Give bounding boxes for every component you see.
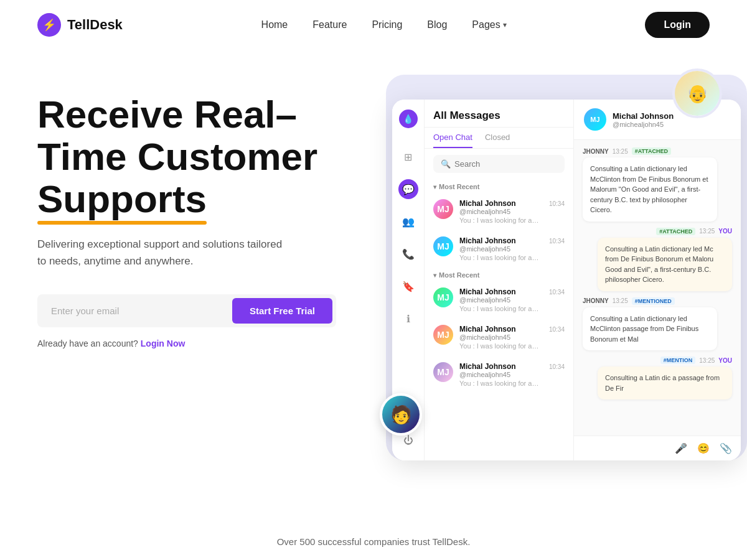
avatar: MJ [433,325,453,345]
chat-bubble: Consulting a Latin dictionary led Mc fro… [598,238,732,291]
top-right-avatar: 👴 [672,68,722,118]
sidebar-logo-icon: 💧 [399,110,418,128]
app-mockup: 👴 💧 ⊞ 💬 👥 📞 🔖 ℹ ⏻ All Messages Open Chat… [380,75,710,473]
login-button[interactable]: Login [645,12,710,38]
messages-tabs: Open Chat Closed [425,128,573,149]
section-label-recent: ▾ Most Recent [425,179,573,193]
chat-bubble: Consulting a Latin dic a passage from De… [598,366,732,399]
list-item[interactable]: MJ Michal Johnson 10:34 @michealjohn45 Y… [425,281,573,319]
chat-avatar: MJ [584,108,606,131]
hero-left: Receive Real– Time Customer Supports Del… [37,75,367,348]
nav-pages[interactable]: Pages [472,19,500,30]
hero-title: Receive Real– Time Customer Supports [37,93,367,221]
chat-bubble: Consulting a Latin dictionary led McClin… [583,157,717,222]
chat-footer: 🎤 😊 📎 [574,436,741,460]
badge-attached: #ATTACHED [632,147,671,155]
hero-section: Receive Real– Time Customer Supports Del… [0,50,747,473]
start-trial-button[interactable]: Start Free Trial [232,298,332,324]
sidebar-bookmark-icon[interactable]: 🔖 [398,276,418,296]
badge-attached: #ATTACHED [656,228,695,235]
trust-bar: Over 500 successful companies trust Tell… [0,523,747,560]
hero-subtitle: Delivering exceptional support and solut… [37,236,286,269]
app-window: 💧 ⊞ 💬 👥 📞 🔖 ℹ ⏻ All Messages Open Chat C… [392,100,741,460]
list-item[interactable]: MJ Michal Johnson 10:34 @michealjohn45 Y… [425,193,573,230]
sidebar-users-icon[interactable]: 👥 [398,212,418,231]
login-prompt: Already have an account? Login Now [37,338,367,348]
microphone-icon[interactable]: 🎤 [675,442,687,454]
attachment-icon[interactable]: 📎 [720,442,732,454]
email-input[interactable] [41,298,232,324]
message-list: All Messages Open Chat Closed 🔍 ▾ Most R… [425,100,574,460]
nav-pricing[interactable]: Pricing [372,19,402,30]
chevron-down-icon: ▾ [433,272,436,279]
avatar: MJ [433,236,453,256]
sidebar-phone-icon[interactable]: 📞 [398,244,418,264]
chevron-down-icon: ▾ [503,21,507,29]
chat-bubble: Consulting a Latin dictionary led McClin… [583,307,717,351]
list-item[interactable]: MJ Michal Johnson 10:34 @michealjohn45 Y… [425,319,573,356]
sidebar-chat-icon[interactable]: 💬 [398,179,418,199]
nav-home[interactable]: Home [261,19,288,30]
nav-links: Home Feature Pricing Blog Pages ▾ [261,19,507,30]
trust-text: Over 500 successful companies trust Tell… [277,536,471,547]
sidebar-info-icon[interactable]: ℹ [398,309,418,329]
floating-avatar: 🧑 [380,393,422,436]
navbar: ⚡ TellDesk Home Feature Pricing Blog Pag… [0,0,747,50]
chat-message-outgoing-1: #ATTACHED 13:25 YOU Consulting a Latin d… [598,228,732,291]
messages-header: All Messages [425,100,573,128]
list-item[interactable]: MJ Michal Johnson 10:34 @michealjohn45 Y… [425,356,573,393]
nav-blog[interactable]: Blog [427,19,447,30]
chat-message-incoming-2: JHONNY 13:25 #MENTIONED Consulting a Lat… [583,297,717,351]
tab-open-chat[interactable]: Open Chat [433,133,472,148]
chat-user-name: Michal Johnson [613,111,674,121]
search-box: 🔍 [433,155,565,173]
chat-messages: JHONNY 13:25 #ATTACHED Consulting a Lati… [574,140,741,436]
logo-text: TellDesk [67,17,123,33]
list-item[interactable]: MJ Michal Johnson 10:34 @michealjohn45 Y… [425,230,573,268]
nav-feature[interactable]: Feature [312,19,347,30]
chat-message-incoming-1: JHONNY 13:25 #ATTACHED Consulting a Lati… [583,147,717,222]
avatar: MJ [433,199,453,219]
avatar: MJ [433,287,453,307]
section-label-recent-2: ▾ Most Recent [425,268,573,281]
chat-message-outgoing-2: #MENTION 13:25 YOU Consulting a Latin di… [598,357,732,399]
chevron-down-icon: ▾ [433,184,436,190]
emoji-icon[interactable]: 😊 [697,442,710,454]
chat-area: MJ Michal Johnson @michealjohn45 JHONNY … [574,100,741,460]
chat-user-handle: @michealjohn45 [613,121,674,128]
search-input[interactable] [454,159,557,169]
badge-mentioned: #MENTIONED [632,297,675,305]
tab-closed[interactable]: Closed [485,133,510,148]
badge-mentioned: #MENTION [660,357,696,364]
sidebar-grid-icon[interactable]: ⊞ [398,147,418,167]
search-icon: 🔍 [441,159,451,169]
avatar: MJ [433,362,453,382]
logo: ⚡ TellDesk [37,13,123,37]
login-now-link[interactable]: Login Now [141,338,186,348]
logo-icon: ⚡ [37,13,61,37]
email-form: Start Free Trial [37,294,336,327]
